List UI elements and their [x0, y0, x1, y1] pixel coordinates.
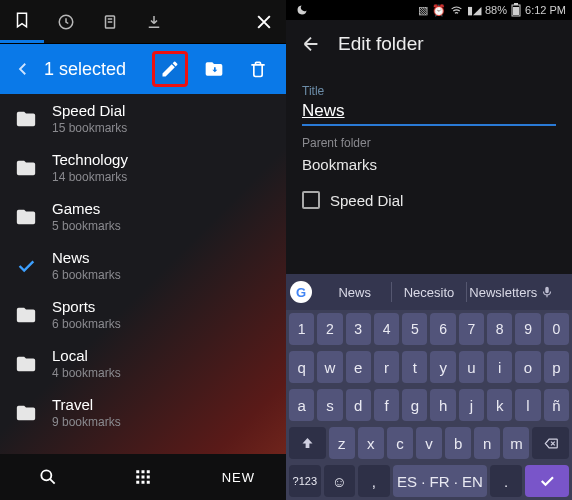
key-p[interactable]: p: [544, 351, 569, 383]
mic-icon[interactable]: [540, 285, 568, 299]
parent-folder[interactable]: Bookmarks: [302, 156, 556, 173]
key-h[interactable]: h: [430, 389, 455, 421]
done-key[interactable]: [525, 465, 569, 497]
google-icon[interactable]: G: [290, 281, 312, 303]
key-o[interactable]: o: [515, 351, 540, 383]
selection-count: 1 selected: [44, 59, 144, 80]
backspace-key[interactable]: [532, 427, 569, 459]
suggestion-1[interactable]: News: [320, 285, 389, 300]
key-w[interactable]: w: [317, 351, 342, 383]
key-u[interactable]: u: [459, 351, 484, 383]
folder-name: Speed Dial: [52, 102, 127, 119]
bookmarks-tab[interactable]: [0, 0, 44, 43]
folder-row[interactable]: Local4 bookmarks: [0, 339, 286, 388]
shift-key[interactable]: [289, 427, 326, 459]
key-5[interactable]: 5: [402, 313, 427, 345]
key-k[interactable]: k: [487, 389, 512, 421]
signal-icon: ▮◢: [467, 4, 481, 17]
selection-bar: 1 selected: [0, 44, 286, 94]
key-z[interactable]: z: [329, 427, 355, 459]
key-2[interactable]: 2: [317, 313, 342, 345]
key-b[interactable]: b: [445, 427, 471, 459]
key-t[interactable]: t: [402, 351, 427, 383]
speeddial-row[interactable]: Speed Dial: [302, 191, 556, 209]
svg-rect-5: [147, 470, 150, 473]
folder-name: News: [52, 249, 121, 266]
key-a[interactable]: a: [289, 389, 314, 421]
suggestion-2[interactable]: Necesito: [394, 285, 463, 300]
folder-list[interactable]: Speed Dial15 bookmarksTechnology14 bookm…: [0, 94, 286, 454]
parent-label: Parent folder: [302, 136, 556, 150]
close-button[interactable]: [242, 12, 286, 32]
folder-sub: 4 bookmarks: [52, 366, 121, 380]
key-4[interactable]: 4: [374, 313, 399, 345]
key-6[interactable]: 6: [430, 313, 455, 345]
key-e[interactable]: e: [346, 351, 371, 383]
key-q[interactable]: q: [289, 351, 314, 383]
key-d[interactable]: d: [346, 389, 371, 421]
emoji-key[interactable]: ☺: [324, 465, 356, 497]
back-arrow[interactable]: [300, 33, 322, 55]
key-m[interactable]: m: [503, 427, 529, 459]
key-j[interactable]: j: [459, 389, 484, 421]
key-9[interactable]: 9: [515, 313, 540, 345]
key-g[interactable]: g: [402, 389, 427, 421]
folder-row[interactable]: Travel9 bookmarks: [0, 388, 286, 437]
key-s[interactable]: s: [317, 389, 342, 421]
key-f[interactable]: f: [374, 389, 399, 421]
key-3[interactable]: 3: [346, 313, 371, 345]
folder-row[interactable]: Games5 bookmarks: [0, 192, 286, 241]
saved-pages-tab[interactable]: [88, 13, 132, 31]
title-input[interactable]: [302, 98, 556, 126]
svg-rect-10: [141, 481, 144, 484]
period-key[interactable]: .: [490, 465, 522, 497]
key-i[interactable]: i: [487, 351, 512, 383]
symbols-key[interactable]: ?123: [289, 465, 321, 497]
folder-name: Travel: [52, 396, 121, 413]
svg-rect-14: [514, 3, 518, 5]
folder-icon: [14, 156, 38, 180]
key-c[interactable]: c: [387, 427, 413, 459]
svg-rect-3: [136, 470, 139, 473]
search-button[interactable]: [0, 467, 95, 487]
key-y[interactable]: y: [430, 351, 455, 383]
key-r[interactable]: r: [374, 351, 399, 383]
downloads-tab[interactable]: [132, 13, 176, 31]
delete-button[interactable]: [240, 51, 276, 87]
key-0[interactable]: 0: [544, 313, 569, 345]
battery-text: 88%: [485, 4, 507, 16]
comma-key[interactable]: ,: [358, 465, 390, 497]
svg-rect-9: [136, 481, 139, 484]
svg-rect-6: [136, 476, 139, 479]
key-8[interactable]: 8: [487, 313, 512, 345]
key-1[interactable]: 1: [289, 313, 314, 345]
folder-row[interactable]: Technology14 bookmarks: [0, 143, 286, 192]
suggestion-3[interactable]: Newsletters: [469, 285, 538, 300]
bookmarks-pane: 1 selected Speed Dial15 bookmarksTechnol…: [0, 0, 286, 500]
folder-icon: [14, 303, 38, 327]
move-button[interactable]: [196, 51, 232, 87]
nfc-icon: ▧: [418, 4, 428, 17]
new-button[interactable]: NEW: [191, 470, 286, 485]
apps-button[interactable]: [95, 468, 190, 486]
history-tab[interactable]: [44, 13, 88, 31]
edit-button[interactable]: [152, 51, 188, 87]
folder-row[interactable]: Sports6 bookmarks: [0, 290, 286, 339]
key-7[interactable]: 7: [459, 313, 484, 345]
folder-row[interactable]: Speed Dial15 bookmarks: [0, 94, 286, 143]
checkbox-icon[interactable]: [302, 191, 320, 209]
key-ñ[interactable]: ñ: [544, 389, 569, 421]
key-l[interactable]: l: [515, 389, 540, 421]
folder-row[interactable]: News6 bookmarks: [0, 241, 286, 290]
svg-rect-4: [141, 470, 144, 473]
speeddial-label: Speed Dial: [330, 192, 403, 209]
back-button[interactable]: [10, 60, 36, 78]
svg-rect-13: [513, 7, 519, 15]
key-x[interactable]: x: [358, 427, 384, 459]
folder-sub: 6 bookmarks: [52, 268, 121, 282]
title-label: Title: [302, 84, 556, 98]
key-n[interactable]: n: [474, 427, 500, 459]
key-v[interactable]: v: [416, 427, 442, 459]
folder-icon: [14, 107, 38, 131]
space-key[interactable]: ES · FR · EN: [393, 465, 488, 497]
